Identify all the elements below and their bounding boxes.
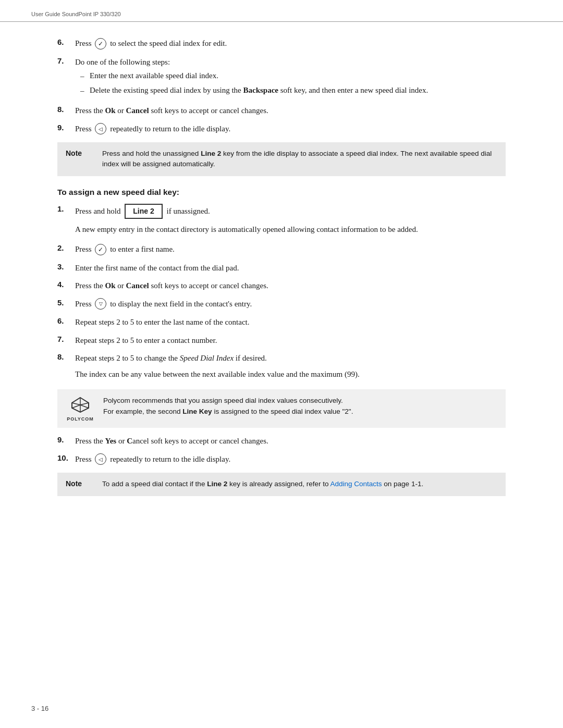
step-1-mid: 1. Press and hold Line 2 if unassigned. …: [57, 204, 506, 238]
checkmark-icon: [95, 38, 106, 50]
main-content: 6. Press to select the speed dial index …: [0, 22, 563, 524]
polycom-icon: [71, 397, 90, 415]
step-8-mid: 8. Repeat steps 2 to 5 to change the Spe…: [57, 352, 506, 382]
svg-line-6: [80, 405, 89, 408]
step-7-subitems: – Enter the next available speed dial in…: [80, 70, 506, 96]
step-7-mid-content: Repeat steps 2 to 5 to enter a contact n…: [75, 335, 506, 347]
step-10-bottom-content: Press repeatedly to return to the idle d…: [75, 453, 506, 466]
page-container: User Guide SoundPoint IP 330/320 6. Pres…: [0, 0, 563, 728]
polycom-logo: POLYCOM: [66, 396, 95, 422]
step-8-top: 8. Press the Ok or Cancel soft keys to a…: [57, 105, 506, 117]
sub-item-2: – Delete the existing speed dial index b…: [80, 84, 506, 97]
step-num-2-mid: 2.: [57, 243, 73, 252]
checkmark-icon-2: [95, 244, 106, 255]
page-header: User Guide SoundPoint IP 330/320: [0, 0, 563, 22]
dash-1: –: [80, 70, 90, 82]
step-num-9: 9.: [57, 123, 73, 132]
step-3-mid-content: Enter the first name of the contact from…: [75, 262, 506, 274]
sub-item-2-text: Delete the existing speed dial index by …: [90, 84, 428, 96]
line2-bold-note1: Line 2: [201, 150, 221, 157]
step-1-extra: A new empty entry in the contact directo…: [75, 224, 506, 236]
step-num-5-mid: 5.: [57, 298, 73, 307]
step-6-top: 6. Press to select the speed dial index …: [57, 38, 506, 50]
step-num-9-bottom: 9.: [57, 435, 73, 444]
step-8-extra: The index can be any value between the n…: [75, 368, 506, 380]
polycom-content: Polycom recommends that you assign speed…: [103, 396, 497, 417]
header-text: User Guide SoundPoint IP 330/320: [31, 11, 121, 17]
svg-line-2: [80, 403, 89, 405]
step-9-content: Press repeatedly to return to the idle d…: [75, 123, 506, 135]
step-2-mid: 2. Press to enter a first name.: [57, 243, 506, 256]
cancel-bold-2: Cancel: [126, 281, 149, 290]
step-num-7: 7.: [57, 56, 73, 65]
step-8-content: Press the Ok or Cancel soft keys to acce…: [75, 105, 506, 117]
polycom-line1: Polycom recommends that you assign speed…: [103, 397, 343, 404]
step-num-8-mid: 8.: [57, 352, 73, 361]
step-5-mid-content: Press to display the next field in the c…: [75, 298, 506, 311]
step-3-mid: 3. Enter the first name of the contact f…: [57, 262, 506, 274]
step-9-bottom-content: Press the Yes or Cancel soft keys to acc…: [75, 435, 506, 447]
speed-dial-italic: Speed Dial Index: [180, 354, 234, 362]
cancel-bold: Cancel: [126, 106, 149, 115]
step-7-content: Do one of the following steps: – Enter t…: [75, 56, 506, 99]
step-num-6: 6.: [57, 38, 73, 46]
step-9-bottom: 9. Press the Yes or Cancel soft keys to …: [57, 435, 506, 447]
step-6-mid-content: Repeat steps 2 to 5 to enter the last na…: [75, 316, 506, 328]
step-num-1-mid: 1.: [57, 204, 73, 213]
step-6-mid: 6. Repeat steps 2 to 5 to enter the last…: [57, 316, 506, 328]
step-10-bottom: 10. Press repeatedly to return to the id…: [57, 453, 506, 466]
back-icon-1: [95, 123, 106, 134]
step-7-top: 7. Do one of the following steps: – Ente…: [57, 56, 506, 99]
adding-contacts-link[interactable]: Adding Contacts: [331, 480, 382, 488]
step-5-mid: 5. Press to display the next field in th…: [57, 298, 506, 311]
step-num-4-mid: 4.: [57, 280, 73, 289]
polycom-svg: [71, 397, 90, 413]
note-box-2: Note To add a speed dial contact if the …: [57, 473, 506, 496]
cancel-rest: ancel: [132, 437, 149, 445]
ok-bold: Ok: [105, 106, 116, 115]
sub-item-1: – Enter the next available speed dial in…: [80, 70, 506, 82]
dash-2: –: [80, 84, 90, 97]
step-num-6-mid: 6.: [57, 316, 73, 325]
note-label-1: Note: [66, 149, 102, 157]
step-6-content: Press to select the speed dial index for…: [75, 38, 506, 50]
step-num-8: 8.: [57, 105, 73, 114]
note-content-1: Press and hold the unassigned Line 2 key…: [102, 149, 497, 170]
step-num-10-bottom: 10.: [57, 453, 73, 462]
cancel-bold-3: C: [127, 437, 132, 445]
note-content-2: To add a speed dial contact if the Line …: [102, 479, 497, 489]
step-num-3-mid: 3.: [57, 262, 73, 271]
page-footer: 3 - 16: [31, 705, 48, 712]
line-key-button: Line 2: [125, 204, 162, 219]
sub-item-1-text: Enter the next available speed dial inde…: [90, 70, 218, 82]
down-icon-1: [95, 298, 106, 310]
svg-line-1: [72, 403, 80, 405]
step-1-mid-content: Press and hold Line 2 if unassigned. A n…: [75, 204, 506, 238]
step-9-top: 9. Press repeatedly to return to the idl…: [57, 123, 506, 135]
line-key-bold: Line Key: [182, 408, 212, 415]
step-2-mid-content: Press to enter a first name.: [75, 243, 506, 256]
step-4-mid: 4. Press the Ok or Cancel soft keys to a…: [57, 280, 506, 292]
polycom-label: POLYCOM: [67, 416, 94, 422]
note-box-1: Note Press and hold the unassigned Line …: [57, 142, 506, 176]
back-icon-2: [95, 453, 106, 465]
line2-bold-note2: Line 2: [207, 480, 227, 488]
backspace-bold: Backspace: [243, 86, 279, 94]
step-7-mid: 7. Repeat steps 2 to 5 to enter a contac…: [57, 335, 506, 347]
step-4-mid-content: Press the Ok or Cancel soft keys to acce…: [75, 280, 506, 292]
svg-line-5: [72, 405, 80, 408]
yes-bold: Yes: [105, 437, 117, 445]
polycom-note-box: POLYCOM Polycom recommends that you assi…: [57, 389, 506, 428]
section-heading: To assign a new speed dial key:: [57, 188, 506, 197]
page-number: 3 - 16: [31, 705, 48, 712]
step-8-mid-content: Repeat steps 2 to 5 to change the Speed …: [75, 352, 506, 382]
ok-bold-2: Ok: [105, 281, 116, 290]
step-num-7-mid: 7.: [57, 335, 73, 343]
note-label-2: Note: [66, 479, 102, 488]
